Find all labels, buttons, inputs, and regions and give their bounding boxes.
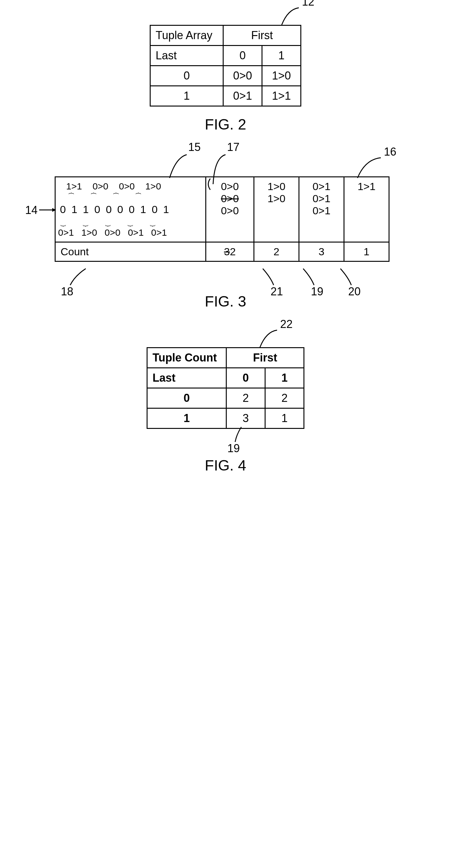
fig3-ref20: 20 — [348, 285, 361, 298]
bot-tuple-4: 0>1 — [151, 227, 167, 238]
col3-line-0: 1>1 — [350, 180, 384, 192]
col1-line-0: 1>0 — [259, 180, 294, 192]
fig4-cell-00: 2 — [227, 388, 265, 408]
fig4-ref19: 19 — [228, 442, 240, 455]
fig4-col-1: 1 — [265, 368, 304, 388]
bit-7: 1 — [140, 204, 146, 216]
fig3-col3: 1>1 — [344, 177, 389, 242]
bit-6: 0 — [129, 204, 135, 216]
col2-line-1: 0>1 — [304, 192, 338, 205]
fig3-ref15: 15 — [188, 141, 201, 154]
fig4-row-1: 1 — [147, 408, 227, 429]
fig3-count-2: 3 — [299, 242, 344, 261]
fig2-first-header: First — [223, 26, 301, 45]
fig3-count-1: 2 — [254, 242, 299, 261]
top-braces: ⏞⏞⏞⏞ — [69, 192, 203, 202]
bit-5: 0 — [117, 204, 123, 216]
fig2-ref-num: 12 — [302, 0, 314, 8]
fig3-col2: 0>1 0>1 0>1 — [299, 177, 344, 242]
fig4-caption: FIG. 4 — [205, 457, 246, 474]
bot-tuple-0: 0>1 — [58, 227, 74, 238]
fig3-ref15-hook — [157, 152, 194, 180]
bit-3: 0 — [94, 204, 100, 216]
top-tuple-2: 0>0 — [119, 181, 135, 192]
fig2-col-1: 1 — [262, 45, 301, 66]
bit-9: 1 — [163, 204, 169, 216]
count0-val: 2 — [230, 246, 236, 257]
top-tuple-3: 1>0 — [145, 181, 161, 192]
fig3-ref16-hook — [356, 156, 393, 180]
bot-tuple-3: 0>1 — [128, 227, 144, 238]
bot-tuple-2: 0>0 — [105, 227, 121, 238]
fig4-ref19-hook — [234, 426, 252, 443]
fig2-row-1: 1 — [150, 86, 223, 106]
fig4-last-header: Last — [147, 368, 227, 388]
fig2-cell-11: 1>1 — [262, 86, 301, 106]
fig2-row-0: 0 — [150, 66, 223, 86]
fig4-cell-01: 2 — [265, 388, 304, 408]
fig4-cell-11: 1 — [265, 408, 304, 429]
fig4-table: Tuple Count First Last 0 1 0 2 2 1 3 1 — [147, 347, 304, 429]
col0-line-0: 0>0 — [211, 180, 248, 192]
fig4-row-0: 0 — [147, 388, 227, 408]
fig3-col0: 0>0 0>0 0>0 — [206, 177, 254, 242]
fig4-first-header: First — [227, 348, 304, 368]
fig3-bits: 0 1 1 0 0 0 0 1 0 1 — [60, 204, 203, 216]
fig3-col1: 1>0 1>0 — [254, 177, 299, 242]
fig4-ref-num: 22 — [280, 318, 293, 331]
fig3-count-0: 32 — [206, 242, 254, 261]
count0-strike: 3 — [224, 246, 230, 257]
top-tuple-1: 0>0 — [93, 181, 109, 192]
col2-line-2: 0>1 — [304, 205, 338, 217]
bit-1: 1 — [71, 204, 77, 216]
fig2-cell-00: 0>0 — [223, 66, 262, 86]
fig2-title-cell: Tuple Array — [150, 26, 223, 45]
col0-line-2: 0>0 — [211, 205, 248, 217]
fig3-ref18: 18 — [61, 285, 73, 298]
fig4-cell-10: 3 — [227, 408, 265, 429]
fig2-cell-01: 1>0 — [262, 66, 301, 86]
fig2-col-0: 0 — [223, 45, 262, 66]
col1-line-1: 1>0 — [259, 192, 294, 205]
fig2-cell-10: 0>1 — [223, 86, 262, 106]
fig3-block: 15 17 16 14 1>1 0>0 0>0 1>0 — [55, 176, 396, 262]
bit-8: 0 — [152, 204, 157, 216]
bit-2: 1 — [83, 204, 89, 216]
fig3-ref17: 17 — [227, 141, 239, 154]
svg-marker-1 — [52, 208, 56, 212]
fig2-table: Tuple Array First Last 0 1 0 0>0 1>0 1 0… — [150, 25, 301, 106]
paren-icon — [206, 178, 212, 190]
fig3-ref14-arrow — [39, 207, 56, 213]
fig2-last-header: Last — [150, 45, 223, 66]
bot-tuple-1: 1>0 — [81, 227, 97, 238]
fig3-ref21-hook — [260, 268, 278, 287]
fig3-ref20-hook — [337, 268, 356, 287]
fig3-top-tuples: 1>1 0>0 0>0 1>0 — [66, 181, 203, 192]
fig4-col-0: 0 — [227, 368, 265, 388]
fig2-caption: FIG. 2 — [205, 116, 246, 133]
fig3-bottom-tuples: 0>1 1>0 0>0 0>1 0>1 — [58, 227, 203, 238]
col0-line-1: 0>0 — [211, 192, 248, 205]
top-tuple-0: 1>1 — [66, 181, 82, 192]
fig2-block: 12 Tuple Array First Last 0 1 0 0>0 1>0 … — [150, 25, 301, 106]
fig4-block: 22 Tuple Count First Last 0 1 0 2 2 1 3 … — [147, 347, 304, 429]
fig4-ref-hook — [259, 329, 296, 350]
fig4-title-cell: Tuple Count — [147, 348, 227, 368]
fig3-count-3: 1 — [344, 242, 389, 261]
fig2-ref-hook — [280, 6, 318, 28]
fig3-ref18-hook — [69, 268, 93, 287]
fig3-ref19: 19 — [311, 285, 323, 298]
col2-line-0: 0>1 — [304, 180, 338, 192]
fig3-count-label: Count — [55, 242, 206, 261]
bit-0: 0 — [60, 204, 66, 216]
bit-4: 0 — [106, 204, 112, 216]
fig3-ref19-hook — [300, 268, 319, 287]
fig3-caption: FIG. 3 — [205, 293, 246, 310]
fig3-ref14: 14 — [25, 204, 38, 217]
bottom-braces: ⏟⏟⏟⏟⏟ — [61, 217, 203, 227]
fig3-ref16: 16 — [384, 145, 396, 158]
fig3-ref21: 21 — [271, 285, 283, 298]
fig3-table: 1>1 0>0 0>0 1>0 ⏞⏞⏞⏞ 0 1 1 0 0 0 — [55, 176, 390, 262]
